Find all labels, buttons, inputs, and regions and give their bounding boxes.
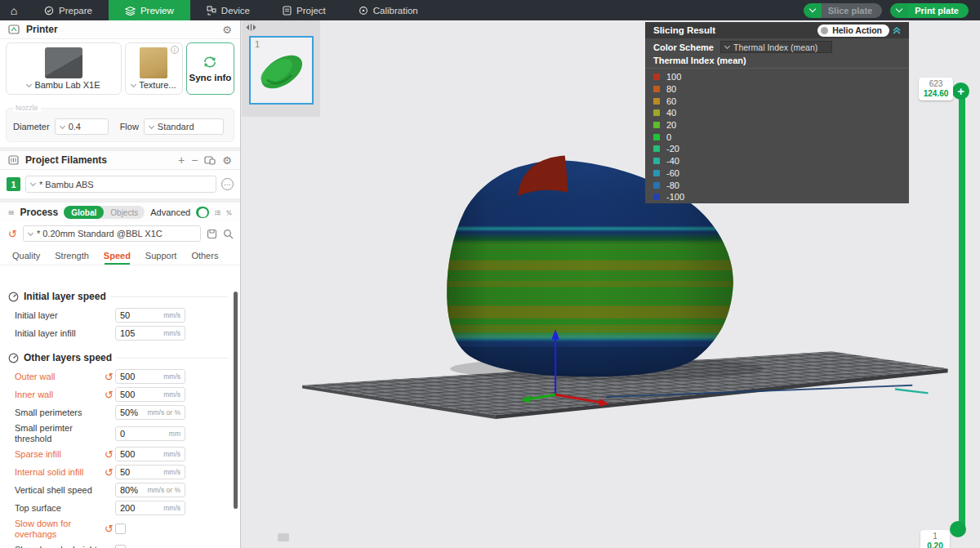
flow-value: Standard (158, 122, 194, 131)
tab-others[interactable]: Others (184, 251, 225, 265)
layer-slider-bottom-handle[interactable] (950, 521, 966, 537)
legend-item: 0 (653, 131, 901, 143)
setting-input[interactable]: 50mm/s (115, 465, 185, 479)
scope-global[interactable]: Global (64, 206, 104, 219)
printer-model-card[interactable]: Bambu Lab X1E (6, 42, 122, 95)
nozzle-group-label: Nozzle (13, 104, 41, 112)
plate-thumbnail[interactable]: 1 (249, 36, 314, 105)
layer-slider-track[interactable] (959, 94, 965, 529)
setting-input[interactable]: 500mm/s (115, 447, 185, 461)
add-filament-icon[interactable]: + (178, 154, 185, 166)
collapse-chevrons-icon[interactable] (889, 25, 904, 35)
setting-checkbox[interactable] (115, 523, 126, 534)
legend-item: 100 (653, 71, 901, 83)
build-plate-card[interactable]: i Texture... (125, 42, 183, 95)
setting-label: Outer wall (15, 372, 103, 382)
slice-plate-button[interactable]: Slice plate (804, 3, 882, 18)
device-icon (207, 6, 216, 16)
info-icon[interactable]: i (171, 46, 179, 54)
helio-action-label: Helio Action (832, 25, 882, 35)
color-scheme-select[interactable]: Thermal Index (mean) (720, 41, 832, 53)
setting-input[interactable]: 105mm/s (115, 326, 185, 341)
tab-project-label: Project (296, 6, 326, 16)
param-list-icon[interactable] (215, 208, 220, 217)
remove-filament-icon[interactable]: − (191, 154, 198, 166)
helio-status-dot (821, 27, 828, 34)
setting-checkbox[interactable] (115, 545, 126, 548)
filament-sync-icon[interactable] (204, 155, 216, 165)
tab-quality[interactable]: Quality (5, 251, 47, 265)
undo-icon[interactable]: ↺ (105, 523, 114, 535)
tab-project[interactable]: Project (266, 0, 342, 20)
panel-scrollbar[interactable] (234, 292, 238, 509)
setting-input[interactable]: 0mm (115, 426, 185, 441)
print-plate-dropdown[interactable] (890, 3, 908, 18)
scope-toggle[interactable]: Global Objects (64, 206, 145, 219)
prepare-icon (44, 6, 54, 16)
printer-settings-gear-icon[interactable]: ⚙ (222, 24, 232, 36)
tab-support[interactable]: Support (138, 251, 185, 265)
filament-select[interactable]: * Bambu ABS (25, 176, 216, 193)
collapse-panel-icon[interactable] (246, 23, 256, 32)
undo-icon[interactable]: ↺ (105, 389, 114, 401)
filaments-section-header: Project Filaments + − ⚙ (0, 151, 240, 170)
advanced-toggle[interactable] (196, 207, 209, 218)
undo-icon[interactable]: ↺ (105, 448, 114, 461)
search-icon[interactable] (223, 229, 234, 239)
tab-device[interactable]: Device (190, 0, 266, 20)
filament-more-icon[interactable]: ⋯ (221, 178, 234, 190)
plate-thumbnail-model (251, 38, 312, 103)
process-section-header: Process Global Objects Advanced (0, 203, 240, 222)
scope-objects[interactable]: Objects (104, 208, 145, 217)
save-preset-icon[interactable] (207, 229, 217, 239)
print-plate-button[interactable]: Print plate (890, 3, 969, 18)
setting-label: Sparse infill (15, 449, 103, 460)
slice-plate-dropdown[interactable] (804, 3, 822, 18)
color-scheme-label: Color Scheme (653, 42, 714, 52)
setting-input[interactable]: 50mm/s (115, 308, 185, 323)
calibration-icon (359, 6, 368, 16)
tab-preview-label: Preview (140, 6, 174, 16)
tab-prepare-label: Prepare (59, 6, 92, 16)
setting-input[interactable]: 50%mm/s or % (115, 405, 185, 420)
process-tabs: Quality Strength Speed Support Others (0, 247, 240, 265)
project-icon (283, 6, 292, 16)
legend-item: 80 (653, 83, 901, 96)
helio-action-button[interactable]: Helio Action (817, 25, 889, 37)
plate-number: 1 (255, 39, 260, 49)
undo-icon[interactable]: ↺ (105, 371, 114, 383)
preset-select[interactable]: * 0.20mm Standard @BBL X1C (23, 225, 201, 242)
reset-preset-icon[interactable]: ↺ (8, 229, 17, 239)
section-other-layers-speed: Other layers speed (8, 352, 229, 363)
undo-icon[interactable]: ↺ (105, 466, 114, 479)
compare-slash-icon[interactable] (226, 208, 232, 217)
preset-name: * 0.20mm Standard @BBL X1C (37, 229, 163, 238)
diameter-select[interactable]: 0.4 (55, 118, 109, 135)
legend-item: 40 (653, 107, 901, 119)
process-section-icon (8, 208, 14, 217)
sync-info-label: Sync info (189, 73, 232, 82)
flow-label: Flow (120, 122, 139, 131)
setting-input[interactable]: 500mm/s (115, 369, 185, 384)
tab-preview[interactable]: Preview (109, 0, 190, 20)
setting-label: Initial layer (15, 310, 103, 321)
setting-input[interactable]: 80%mm/s or % (115, 483, 185, 497)
preview-viewport[interactable]: 1 Slicing Result Helio Action Color Sche… (242, 20, 980, 548)
tab-prepare[interactable]: Prepare (28, 0, 109, 20)
setting-row: Outer wall ↺ 500mm/s (0, 369, 240, 384)
tab-speed[interactable]: Speed (96, 251, 138, 265)
setting-input[interactable]: 500mm/s (115, 387, 185, 402)
legend-swatch (653, 145, 660, 152)
tab-strength[interactable]: Strength (47, 251, 96, 265)
flow-select[interactable]: Standard (144, 118, 224, 135)
printer-section-icon (8, 25, 20, 34)
setting-input[interactable]: 200mm/s (115, 501, 185, 515)
setting-row: Top surface 200mm/s (0, 501, 240, 515)
layer-slider-top-handle[interactable]: + (952, 82, 969, 100)
home-button[interactable]: ⌂ (0, 0, 28, 20)
viewport-bottom-handle[interactable] (278, 533, 289, 541)
filament-settings-gear-icon[interactable]: ⚙ (222, 154, 232, 167)
setting-row: Slow down by height (0, 543, 240, 548)
sync-info-button[interactable]: Sync info (186, 42, 234, 95)
tab-calibration[interactable]: Calibration (342, 0, 434, 20)
